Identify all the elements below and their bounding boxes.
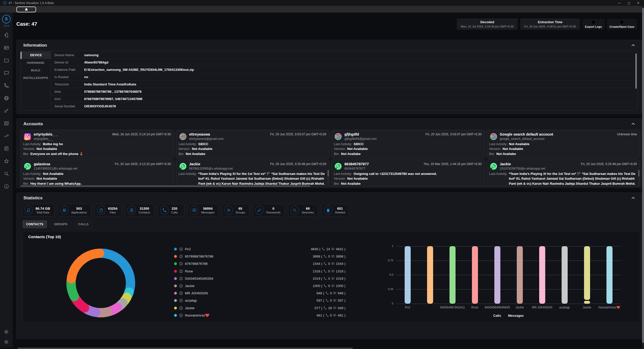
sidebar-item-map-icon[interactable] [4, 121, 9, 126]
contact-row[interactable]: azrpiiqp597 (0597 ) [174, 297, 345, 304]
contact-calls: 0 [328, 277, 330, 280]
create-open-case-button[interactable]: Create/Open Case [607, 19, 637, 29]
info-row-value: 578686786786786 , 137867867646878 [81, 90, 142, 93]
bar[interactable] [606, 246, 613, 304]
donut-segment[interactable] [71, 253, 100, 279]
sidebar-item-notes-icon[interactable] [4, 146, 9, 151]
contact-calls: 0 [328, 284, 330, 288]
contact-row[interactable]: Rose1318 (01318 ) [174, 268, 345, 275]
case-title: Case: 47 [16, 21, 37, 27]
export-logs-button[interactable]: Export Logs [583, 19, 604, 29]
x-axis-label: Jackie [583, 306, 591, 309]
avatar-icon [179, 269, 183, 273]
bar[interactable] [427, 246, 433, 304]
sidebar-item-settings-outline-icon[interactable] [4, 329, 9, 335]
accounts-horizontal-scrollbar[interactable] [20, 185, 640, 187]
contact-row[interactable]: Noorainimraz❤️481 (0481 ) [174, 312, 345, 319]
tab-calls[interactable]: CALLS [75, 220, 92, 228]
device-data-icon [26, 208, 31, 212]
stat-badge-value: 651 [337, 207, 343, 210]
contact-row[interactable]: MR JOHNSON948 (0948 ) [174, 290, 345, 297]
contacts-bar-chart[interactable]: 10.750.50.250Ps2546354687842411Rose64564… [386, 243, 623, 321]
sidebar-item-globe-icon[interactable] [4, 96, 9, 101]
sidebar-item-info-icon[interactable] [4, 184, 9, 189]
home-tab-button[interactable] [16, 7, 36, 12]
contact-row[interactable]: Jackie1000 (01000 ) [174, 282, 345, 290]
collapse-chevron-icon[interactable] [632, 197, 635, 200]
card-scrollbar[interactable] [328, 170, 329, 185]
info-tab-installedapps[interactable]: INSTALLEDAPPS [21, 74, 51, 82]
minimize-button[interactable]: — [618, 1, 621, 5]
bar-segment-messages[interactable] [584, 246, 590, 300]
bar[interactable] [449, 246, 456, 304]
field-label: Version: [489, 146, 501, 151]
contact-total: 4645 ( [311, 247, 320, 251]
info-row: Is Rootedno [51, 73, 635, 81]
contact-row[interactable]: 8576986786767863698 (03698 ) [174, 253, 345, 260]
bar[interactable] [517, 246, 523, 304]
bar[interactable] [539, 246, 545, 304]
collapse-chevron-icon[interactable] [632, 123, 635, 126]
bar[interactable] [562, 246, 568, 304]
stat-badge-searches: 69Searches [288, 204, 318, 216]
contact-counts: 597 (0597 ) [316, 299, 345, 302]
info-tab-hardware[interactable]: HARDWARE [21, 59, 51, 67]
sidebar-item-chat-icon[interactable] [4, 70, 9, 76]
contact-counts: 3698 (03698 ) [313, 255, 345, 258]
field-label: Bio: [334, 151, 339, 156]
window-vertical-scrollbar[interactable] [642, 6, 644, 349]
gmail-icon [179, 132, 187, 141]
contact-total: 1544 ( [313, 262, 322, 266]
color-dot-icon [174, 299, 177, 302]
field-label: Bio: [23, 181, 29, 186]
account-timestamp: Fri, 20 Jun 2025, 3:25:48 pm GMT+5:30 [270, 162, 326, 166]
contact-name: Jackie [185, 284, 195, 288]
bar[interactable] [494, 246, 500, 304]
message-icon [333, 292, 336, 295]
color-dot-icon [174, 248, 177, 250]
contact-row[interactable]: 8767868767861544 (01544 ) [174, 260, 345, 267]
bar[interactable] [472, 246, 478, 304]
sidebar-item-star-icon[interactable] [4, 158, 9, 164]
message-icon [333, 306, 336, 310]
contacts-donut-chart[interactable] [62, 244, 140, 322]
call-icon [162, 208, 167, 212]
bar[interactable] [405, 246, 411, 304]
sidebar-item-contact-card-icon[interactable] [4, 45, 9, 50]
sidebar-item-device-extraction-icon[interactable] [4, 33, 9, 38]
card-scrollbar[interactable] [638, 170, 639, 185]
info-tab-build[interactable]: BUILD [21, 67, 51, 74]
sidebar-item-key-icon[interactable] [4, 108, 9, 113]
collapse-chevron-icon[interactable] [632, 44, 635, 47]
sidebar-item-search-icon[interactable] [4, 171, 9, 176]
donut-segment[interactable] [102, 253, 131, 290]
information-scrollbar[interactable] [635, 51, 637, 110]
info-tab-device[interactable]: DEVICE [21, 51, 51, 59]
field-value: Not Available [37, 146, 57, 151]
legend-item-messages[interactable]: Messages [508, 314, 524, 318]
contact-row[interactable]: 5343453453453541019 (01019 ) [174, 275, 345, 282]
stat-badge-label: Total Data [36, 211, 49, 214]
maximize-button[interactable]: ▢ [628, 1, 630, 5]
contact-counts: 577 (28549 ) [314, 306, 345, 310]
contact-row[interactable]: Jackie577 (28549 ) [174, 304, 345, 312]
window-horizontal-scrollbar[interactable] [0, 347, 642, 349]
info-row-label: Serial Number [51, 104, 81, 108]
info-row-label: Timezone [51, 82, 81, 86]
sidebar-item-trend-icon[interactable] [4, 133, 9, 139]
avatar-icon [179, 284, 183, 288]
legend-item-calls[interactable]: Calls [493, 314, 501, 318]
app-logo-icon: S [3, 1, 7, 5]
account-id: ettreyeaswa@gmail.com [189, 137, 224, 141]
sidebar-item-phone-icon[interactable] [4, 83, 9, 88]
tab-groups[interactable]: GROUPS [50, 220, 71, 228]
sidebar-item-folder-icon[interactable] [4, 58, 9, 63]
tab-contacts[interactable]: CONTACTS [23, 220, 47, 228]
bar-segment-calls[interactable] [584, 301, 590, 304]
contact-row[interactable]: Ps24645 (144631 ) [174, 245, 345, 253]
message-icon [192, 208, 197, 212]
sidebar-item-settings-icon[interactable] [4, 339, 9, 345]
close-button[interactable]: ✕ [637, 1, 639, 5]
stat-badge-files: 63254Files [94, 204, 122, 216]
field-label: Bio: [489, 151, 495, 156]
